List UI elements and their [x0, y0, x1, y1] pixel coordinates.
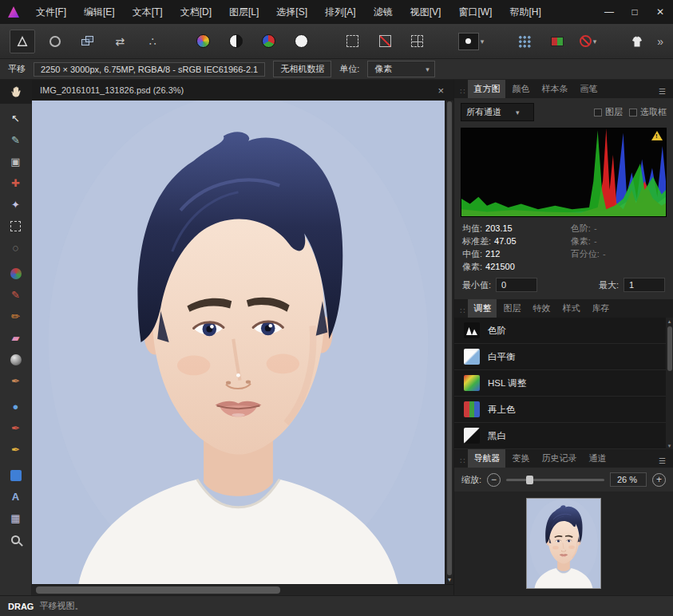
adjustments-scroll-thumb[interactable]	[667, 326, 672, 371]
tab-stock[interactable]: 库存	[586, 299, 615, 318]
node-graph-icon[interactable]: ∴	[140, 30, 165, 53]
tab-channels[interactable]: 通道	[583, 449, 612, 468]
menu-arrange[interactable]: 排列[A]	[316, 0, 365, 24]
horizontal-scrollbar[interactable]	[32, 584, 453, 595]
healing-brush-tool[interactable]: ✚	[2, 172, 30, 194]
scroll-up-icon: ▴	[668, 318, 671, 325]
text-tool[interactable]: A	[2, 486, 30, 507]
auto-contrast-icon[interactable]	[224, 30, 249, 53]
menu-filters[interactable]: 滤镜	[365, 0, 402, 24]
panel-grip-icon[interactable]: ∷	[457, 87, 467, 98]
document-tab[interactable]: IMG_20161011_131826.psd (26.3%)	[40, 85, 184, 95]
crop-tool[interactable]: ▣	[2, 151, 30, 172]
scroll-down-icon[interactable]: ▾	[445, 576, 453, 584]
vertical-scrollbar[interactable]: ▾	[445, 101, 453, 584]
menu-layer[interactable]: 图层[L]	[220, 0, 267, 24]
zoom-slider[interactable]	[506, 479, 604, 481]
menu-window[interactable]: 窗口[W]	[449, 0, 501, 24]
unit-dropdown[interactable]: 像素▾	[367, 61, 435, 77]
eraser-tool[interactable]: ▰	[2, 327, 30, 349]
layers-icon[interactable]	[75, 30, 101, 53]
adjustment-hsl[interactable]: HSL 调整	[454, 370, 673, 397]
affinity-logo-button[interactable]	[10, 30, 35, 53]
toolbar-overflow-icon[interactable]: »	[657, 35, 663, 48]
marquee-tool[interactable]	[2, 215, 30, 237]
zoom-out-button[interactable]: −	[487, 473, 501, 487]
channel-dropdown[interactable]: 所有通道 ▾	[461, 103, 534, 121]
selection-box-icon[interactable]	[339, 30, 365, 53]
tab-history[interactable]: 历史记录	[536, 449, 582, 468]
panel-grip-icon[interactable]: ∷	[457, 306, 467, 318]
pen-tool[interactable]: ✒	[2, 439, 30, 460]
menu-help[interactable]: 帮助[H]	[501, 0, 549, 24]
auto-levels-icon[interactable]	[191, 30, 216, 53]
adjustments-scrollbar[interactable]: ▴ ▾	[666, 318, 673, 449]
magic-wand-tool[interactable]: ✦	[2, 194, 30, 215]
tab-transform[interactable]: 变换	[506, 449, 535, 468]
mesh-warp-tool[interactable]: ▦	[2, 507, 30, 529]
pixel-grid-icon[interactable]	[512, 30, 537, 53]
warning-icon[interactable]: !	[651, 131, 663, 140]
assistant-icon[interactable]	[624, 30, 650, 53]
tab-styles[interactable]: 样式	[556, 299, 585, 318]
tab-color[interactable]: 颜色	[506, 80, 535, 98]
smudge-tool[interactable]: ✒	[2, 370, 30, 392]
tab-brushes[interactable]: 画笔	[574, 80, 603, 98]
tab-close-icon[interactable]: ×	[436, 85, 445, 97]
panel-menu-icon[interactable]: ☰	[655, 456, 670, 468]
auto-color-icon[interactable]	[256, 30, 282, 53]
minimize-button[interactable]: —	[596, 0, 622, 24]
navigator-thumbnail[interactable]	[527, 499, 600, 588]
close-button[interactable]: ✕	[647, 0, 673, 24]
dodge-tool[interactable]	[2, 349, 30, 370]
deselect-icon[interactable]	[372, 30, 398, 53]
maximize-button[interactable]: □	[622, 0, 647, 24]
sharpen-tool[interactable]: ✒	[2, 417, 30, 439]
menu-file[interactable]: 文件[F]	[27, 0, 75, 24]
auto-white-balance-icon[interactable]	[289, 30, 315, 53]
min-input[interactable]	[496, 278, 537, 292]
adjustment-levels[interactable]: 色阶	[454, 318, 673, 344]
tab-effects[interactable]: 特效	[527, 299, 556, 318]
max-input[interactable]	[624, 278, 665, 292]
color-picker-tool[interactable]: ✎	[2, 129, 30, 151]
panel-grip-icon[interactable]: ∷	[457, 456, 467, 468]
tab-histogram[interactable]: 直方图	[468, 80, 505, 98]
retouch-tool[interactable]	[2, 263, 30, 284]
layer-checkbox[interactable]: 图层	[594, 106, 623, 118]
panel-menu-icon[interactable]: ☰	[655, 87, 670, 98]
tab-adjustments[interactable]: 调整	[468, 299, 497, 318]
horizontal-scroll-thumb[interactable]	[36, 586, 280, 594]
menu-text[interactable]: 文本[T]	[124, 0, 172, 24]
menu-select[interactable]: 选择[S]	[267, 0, 316, 24]
swap-icon[interactable]: ⇄	[108, 30, 133, 53]
move-tool[interactable]: ↖	[2, 108, 30, 129]
pan-tool[interactable]	[0, 80, 32, 104]
paint-brush-tool[interactable]: ✎	[2, 284, 30, 306]
ring-icon[interactable]	[42, 30, 68, 53]
flood-select-tool[interactable]: ◌	[2, 237, 30, 259]
marquee-checkbox[interactable]: 选取框	[629, 106, 667, 118]
tab-layers[interactable]: 图层	[497, 299, 526, 318]
adjustment-black-white[interactable]: 黑白	[454, 423, 673, 449]
shape-tool[interactable]	[2, 464, 30, 486]
canvas-viewport[interactable]: ▾	[32, 101, 453, 584]
menu-edit[interactable]: 编辑[E]	[75, 0, 124, 24]
zoom-in-button[interactable]: +	[652, 473, 666, 487]
tab-swatches[interactable]: 样本条	[536, 80, 573, 98]
vertical-scroll-thumb[interactable]	[447, 101, 452, 575]
blur-tool[interactable]: ●	[2, 396, 30, 417]
color-swatch-dropdown[interactable]: ▾	[456, 30, 487, 53]
no-entry-dropdown[interactable]: ▾	[577, 30, 600, 53]
crayon-tool[interactable]: ✏	[2, 306, 30, 327]
tab-navigator[interactable]: 导航器	[468, 449, 505, 468]
zoom-value-field[interactable]: 26 %	[610, 472, 647, 487]
adjustment-recolor[interactable]: 再上色	[454, 397, 673, 423]
zoom-tool[interactable]	[2, 529, 30, 551]
dual-color-icon[interactable]	[544, 30, 570, 53]
grid-selection-icon[interactable]	[405, 30, 430, 53]
menu-view[interactable]: 视图[V]	[402, 0, 450, 24]
menu-document[interactable]: 文档[D]	[172, 0, 220, 24]
zoom-slider-thumb[interactable]	[526, 476, 533, 484]
adjustment-white-balance[interactable]: 白平衡	[454, 344, 673, 370]
